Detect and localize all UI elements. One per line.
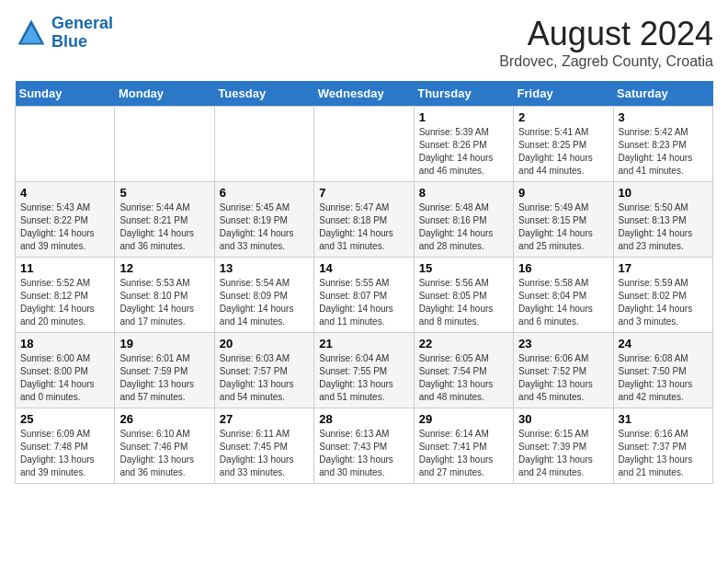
page-header: General Blue August 2024 Brdovec, Zagreb… xyxy=(15,15,713,70)
title-block: August 2024 Brdovec, Zagreb County, Croa… xyxy=(499,15,713,70)
day-info: Sunrise: 5:48 AM Sunset: 8:16 PM Dayligh… xyxy=(419,201,508,253)
day-info: Sunrise: 6:16 AM Sunset: 7:37 PM Dayligh… xyxy=(619,428,708,479)
day-number: 18 xyxy=(20,337,109,350)
calendar-cell: 27Sunrise: 6:11 AM Sunset: 7:45 PM Dayli… xyxy=(214,408,313,484)
calendar-cell: 7Sunrise: 5:47 AM Sunset: 8:18 PM Daylig… xyxy=(314,182,414,258)
day-number: 16 xyxy=(518,261,608,275)
weekday-header: Monday xyxy=(115,81,214,107)
day-number: 15 xyxy=(419,261,508,275)
calendar-cell: 20Sunrise: 6:03 AM Sunset: 7:57 PM Dayli… xyxy=(214,333,313,408)
day-info: Sunrise: 5:58 AM Sunset: 8:04 PM Dayligh… xyxy=(518,277,608,328)
calendar-week-row: 25Sunrise: 6:09 AM Sunset: 7:48 PM Dayli… xyxy=(16,408,713,484)
calendar-cell xyxy=(16,107,115,182)
calendar-cell xyxy=(214,107,313,182)
day-number: 10 xyxy=(619,186,708,200)
logo: General Blue xyxy=(15,15,113,52)
day-info: Sunrise: 5:56 AM Sunset: 8:05 PM Dayligh… xyxy=(419,277,508,328)
day-number: 24 xyxy=(619,337,708,350)
calendar-cell: 29Sunrise: 6:14 AM Sunset: 7:41 PM Dayli… xyxy=(414,408,513,484)
day-number: 6 xyxy=(220,186,309,200)
day-number: 1 xyxy=(419,110,508,124)
day-number: 26 xyxy=(119,412,209,426)
day-info: Sunrise: 5:42 AM Sunset: 8:23 PM Dayligh… xyxy=(619,126,708,178)
day-number: 3 xyxy=(619,110,708,124)
calendar-week-row: 1Sunrise: 5:39 AM Sunset: 8:26 PM Daylig… xyxy=(16,107,713,182)
calendar-cell: 31Sunrise: 6:16 AM Sunset: 7:37 PM Dayli… xyxy=(613,408,712,484)
calendar-cell: 21Sunrise: 6:04 AM Sunset: 7:55 PM Dayli… xyxy=(314,333,414,408)
calendar-cell: 10Sunrise: 5:50 AM Sunset: 8:13 PM Dayli… xyxy=(613,182,712,258)
calendar-cell: 26Sunrise: 6:10 AM Sunset: 7:46 PM Dayli… xyxy=(115,408,214,484)
weekday-header: Saturday xyxy=(613,81,712,107)
weekday-header: Thursday xyxy=(414,81,513,107)
calendar-cell: 6Sunrise: 5:45 AM Sunset: 8:19 PM Daylig… xyxy=(214,182,313,258)
logo-icon xyxy=(15,17,48,50)
weekday-header: Sunday xyxy=(16,81,115,107)
day-info: Sunrise: 5:47 AM Sunset: 8:18 PM Dayligh… xyxy=(319,201,408,253)
day-number: 14 xyxy=(319,261,408,275)
day-number: 9 xyxy=(518,186,608,200)
calendar-cell xyxy=(314,107,414,182)
day-info: Sunrise: 5:45 AM Sunset: 8:19 PM Dayligh… xyxy=(220,201,309,253)
day-number: 19 xyxy=(119,337,209,350)
day-info: Sunrise: 6:11 AM Sunset: 7:45 PM Dayligh… xyxy=(220,428,309,479)
day-info: Sunrise: 5:50 AM Sunset: 8:13 PM Dayligh… xyxy=(619,201,708,253)
calendar-cell xyxy=(115,107,214,182)
day-number: 30 xyxy=(518,412,608,426)
calendar-cell: 5Sunrise: 5:44 AM Sunset: 8:21 PM Daylig… xyxy=(115,182,214,258)
weekday-header: Friday xyxy=(514,81,613,107)
calendar-cell: 11Sunrise: 5:52 AM Sunset: 8:12 PM Dayli… xyxy=(16,258,115,333)
calendar-cell: 25Sunrise: 6:09 AM Sunset: 7:48 PM Dayli… xyxy=(16,408,115,484)
calendar-cell: 23Sunrise: 6:06 AM Sunset: 7:52 PM Dayli… xyxy=(514,333,613,408)
day-info: Sunrise: 6:04 AM Sunset: 7:55 PM Dayligh… xyxy=(319,352,408,404)
day-number: 29 xyxy=(419,412,508,426)
calendar-cell: 28Sunrise: 6:13 AM Sunset: 7:43 PM Dayli… xyxy=(314,408,414,484)
day-info: Sunrise: 5:41 AM Sunset: 8:25 PM Dayligh… xyxy=(518,126,608,178)
day-info: Sunrise: 6:05 AM Sunset: 7:54 PM Dayligh… xyxy=(419,352,508,404)
location: Brdovec, Zagreb County, Croatia xyxy=(499,53,713,70)
day-number: 20 xyxy=(220,337,309,350)
day-number: 27 xyxy=(220,412,309,426)
day-info: Sunrise: 5:59 AM Sunset: 8:02 PM Dayligh… xyxy=(619,277,708,328)
day-info: Sunrise: 6:03 AM Sunset: 7:57 PM Dayligh… xyxy=(220,352,309,404)
calendar-cell: 30Sunrise: 6:15 AM Sunset: 7:39 PM Dayli… xyxy=(514,408,613,484)
day-info: Sunrise: 5:39 AM Sunset: 8:26 PM Dayligh… xyxy=(419,126,508,178)
day-number: 31 xyxy=(619,412,708,426)
day-info: Sunrise: 5:43 AM Sunset: 8:22 PM Dayligh… xyxy=(20,201,109,253)
calendar-cell: 22Sunrise: 6:05 AM Sunset: 7:54 PM Dayli… xyxy=(414,333,513,408)
weekday-header: Wednesday xyxy=(314,81,414,107)
day-info: Sunrise: 6:10 AM Sunset: 7:46 PM Dayligh… xyxy=(119,428,209,479)
day-number: 4 xyxy=(20,186,109,200)
day-number: 5 xyxy=(119,186,209,200)
calendar-cell: 18Sunrise: 6:00 AM Sunset: 8:00 PM Dayli… xyxy=(16,333,115,408)
day-number: 11 xyxy=(20,261,109,275)
calendar-cell: 1Sunrise: 5:39 AM Sunset: 8:26 PM Daylig… xyxy=(414,107,513,182)
day-info: Sunrise: 6:01 AM Sunset: 7:59 PM Dayligh… xyxy=(119,352,209,404)
day-info: Sunrise: 5:53 AM Sunset: 8:10 PM Dayligh… xyxy=(119,277,209,328)
day-info: Sunrise: 5:44 AM Sunset: 8:21 PM Dayligh… xyxy=(119,201,209,253)
calendar-cell: 16Sunrise: 5:58 AM Sunset: 8:04 PM Dayli… xyxy=(514,258,613,333)
calendar-week-row: 18Sunrise: 6:00 AM Sunset: 8:00 PM Dayli… xyxy=(16,333,713,408)
day-number: 22 xyxy=(419,337,508,350)
calendar-cell: 4Sunrise: 5:43 AM Sunset: 8:22 PM Daylig… xyxy=(16,182,115,258)
day-number: 28 xyxy=(319,412,408,426)
day-number: 25 xyxy=(20,412,109,426)
calendar-cell: 24Sunrise: 6:08 AM Sunset: 7:50 PM Dayli… xyxy=(613,333,712,408)
day-info: Sunrise: 5:55 AM Sunset: 8:07 PM Dayligh… xyxy=(319,277,408,328)
calendar-cell: 12Sunrise: 5:53 AM Sunset: 8:10 PM Dayli… xyxy=(115,258,214,333)
day-info: Sunrise: 6:00 AM Sunset: 8:00 PM Dayligh… xyxy=(20,352,109,404)
weekday-header-row: SundayMondayTuesdayWednesdayThursdayFrid… xyxy=(16,81,713,107)
calendar-cell: 9Sunrise: 5:49 AM Sunset: 8:15 PM Daylig… xyxy=(514,182,613,258)
day-info: Sunrise: 5:54 AM Sunset: 8:09 PM Dayligh… xyxy=(220,277,309,328)
day-number: 13 xyxy=(220,261,309,275)
calendar-cell: 3Sunrise: 5:42 AM Sunset: 8:23 PM Daylig… xyxy=(613,107,712,182)
day-info: Sunrise: 6:06 AM Sunset: 7:52 PM Dayligh… xyxy=(518,352,608,404)
day-number: 17 xyxy=(619,261,708,275)
day-info: Sunrise: 5:52 AM Sunset: 8:12 PM Dayligh… xyxy=(20,277,109,328)
weekday-header: Tuesday xyxy=(214,81,313,107)
calendar-cell: 17Sunrise: 5:59 AM Sunset: 8:02 PM Dayli… xyxy=(613,258,712,333)
day-number: 2 xyxy=(518,110,608,124)
day-number: 8 xyxy=(419,186,508,200)
month-title: August 2024 xyxy=(499,15,713,53)
calendar-cell: 8Sunrise: 5:48 AM Sunset: 8:16 PM Daylig… xyxy=(414,182,513,258)
day-info: Sunrise: 6:08 AM Sunset: 7:50 PM Dayligh… xyxy=(619,352,708,404)
